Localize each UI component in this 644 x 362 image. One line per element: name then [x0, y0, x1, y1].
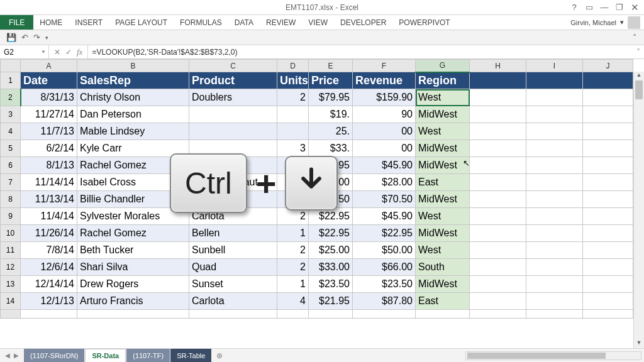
row-header[interactable]: 7 — [1, 174, 21, 191]
row-header[interactable]: 10 — [1, 225, 21, 242]
minimize-icon[interactable]: — — [597, 2, 611, 13]
account-user[interactable]: Girvin, Michael▾ — [570, 15, 644, 30]
cell[interactable]: 11/26/14 — [21, 225, 77, 242]
sheet-nav-prev-icon[interactable]: ◀ — [5, 352, 10, 359]
qat-more-icon[interactable]: ▾ — [45, 35, 48, 41]
col-F[interactable]: F — [353, 60, 416, 72]
cell[interactable]: 11/4/14 — [21, 208, 77, 225]
cell[interactable] — [526, 293, 583, 310]
cell[interactable] — [583, 293, 633, 310]
header-cell[interactable]: Product — [189, 72, 277, 89]
row-header[interactable]: 2 — [1, 89, 21, 106]
new-sheet-icon[interactable]: ⊕ — [212, 349, 227, 362]
sheet-tab[interactable]: (1107-TF) — [126, 349, 170, 362]
cell[interactable]: $159.90 — [353, 89, 416, 106]
cell[interactable]: 12/1/13 — [21, 293, 77, 310]
cell[interactable] — [583, 157, 633, 174]
tab-home[interactable]: HOME — [33, 15, 69, 30]
cell[interactable] — [470, 72, 526, 89]
enter-formula-icon[interactable]: ✓ — [65, 48, 72, 57]
header-cell[interactable]: Date — [21, 72, 77, 89]
cell[interactable]: $45.90 — [353, 208, 416, 225]
redo-icon[interactable]: ↷ — [33, 33, 40, 42]
cell[interactable]: $28.00 — [353, 174, 416, 191]
cell[interactable]: Shari Silva — [77, 259, 189, 276]
cell[interactable]: $33.00 — [309, 259, 353, 276]
cell[interactable] — [583, 106, 633, 123]
cell[interactable]: 1 — [277, 225, 309, 242]
cell[interactable] — [526, 106, 583, 123]
cell[interactable] — [526, 242, 583, 259]
cell[interactable] — [470, 310, 526, 319]
cell[interactable]: 11/27/14 — [21, 106, 77, 123]
cell[interactable] — [583, 225, 633, 242]
scroll-up-icon[interactable]: ▲ — [634, 72, 644, 80]
cell[interactable] — [470, 242, 526, 259]
save-icon[interactable]: 💾 — [6, 33, 16, 42]
cell[interactable]: $21.95 — [309, 293, 353, 310]
cell[interactable] — [583, 89, 633, 106]
cell[interactable]: 2 — [277, 89, 309, 106]
cell[interactable]: South — [416, 259, 470, 276]
cell[interactable] — [189, 123, 277, 140]
cell[interactable] — [470, 123, 526, 140]
header-cell[interactable]: Revenue — [353, 72, 416, 89]
cell[interactable]: $23.50 — [353, 276, 416, 293]
cell[interactable] — [470, 225, 526, 242]
cell[interactable] — [583, 123, 633, 140]
cell[interactable]: Beth Tucker — [77, 242, 189, 259]
vertical-scrollbar[interactable]: ▲ ▼ — [633, 72, 644, 348]
col-E[interactable]: E — [309, 60, 353, 72]
cell[interactable]: West — [416, 123, 470, 140]
col-A[interactable]: A — [21, 60, 77, 72]
cell[interactable]: West — [416, 208, 470, 225]
scroll-down-icon[interactable]: ▼ — [634, 339, 644, 348]
chevron-down-icon[interactable]: ▼ — [41, 49, 46, 55]
formula-bar[interactable]: =VLOOKUP(B2,'SR-Data'!$A$2:$B$73,2,0) — [88, 45, 633, 58]
cell[interactable]: Drew Rogers — [77, 276, 189, 293]
cell[interactable]: East — [416, 293, 470, 310]
cell[interactable]: Mable Lindsey — [77, 123, 189, 140]
cell[interactable]: $19. — [309, 106, 353, 123]
row-header[interactable] — [1, 310, 21, 319]
cell[interactable]: 2 — [277, 242, 309, 259]
cell[interactable] — [583, 208, 633, 225]
tab-data[interactable]: DATA — [228, 15, 260, 30]
cell[interactable] — [470, 140, 526, 157]
header-cell[interactable]: SalesRep — [77, 72, 189, 89]
cell[interactable] — [470, 276, 526, 293]
header-cell[interactable]: Region — [416, 72, 470, 89]
cell[interactable]: $25.00 — [309, 242, 353, 259]
cell[interactable] — [583, 276, 633, 293]
cell[interactable] — [526, 310, 583, 319]
cell[interactable]: 7/8/14 — [21, 242, 77, 259]
file-tab[interactable]: FILE — [0, 15, 33, 30]
cell[interactable] — [21, 310, 77, 319]
row-header[interactable]: 12 — [1, 259, 21, 276]
cell[interactable] — [470, 293, 526, 310]
cell[interactable]: 00 — [353, 140, 416, 157]
row-header[interactable]: 13 — [1, 276, 21, 293]
cell[interactable] — [189, 310, 277, 319]
cell[interactable] — [526, 123, 583, 140]
cell[interactable]: 00 — [353, 123, 416, 140]
cell[interactable]: 8/1/13 — [21, 157, 77, 174]
cell[interactable] — [583, 191, 633, 208]
cell[interactable]: $66.00 — [353, 259, 416, 276]
cell[interactable]: $50.00 — [353, 242, 416, 259]
row-header[interactable]: 14 — [1, 293, 21, 310]
tab-powerpivot[interactable]: POWERPIVOT — [392, 15, 456, 30]
cell[interactable]: Doublers — [189, 89, 277, 106]
row-header[interactable]: 9 — [1, 208, 21, 225]
row-header[interactable]: 4 — [1, 123, 21, 140]
row-header[interactable]: 1 — [1, 72, 21, 89]
cell[interactable] — [583, 140, 633, 157]
cell[interactable] — [526, 174, 583, 191]
cell[interactable] — [470, 191, 526, 208]
cell[interactable] — [526, 208, 583, 225]
cell[interactable] — [583, 242, 633, 259]
cell[interactable]: West — [416, 89, 470, 106]
collapse-ribbon-icon[interactable]: ˄ — [629, 33, 640, 42]
cell[interactable] — [526, 157, 583, 174]
col-G[interactable]: G — [416, 60, 470, 72]
